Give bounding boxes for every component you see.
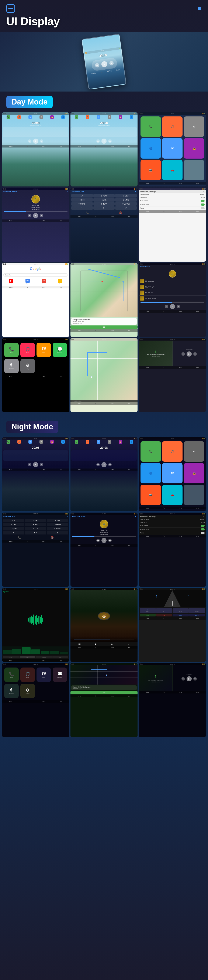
key-2[interactable]: 2 ABC	[93, 194, 115, 197]
n2-bt-icon[interactable]: 🔵	[130, 440, 133, 444]
video-play-btn[interactable]: ▶	[95, 643, 97, 645]
bt-back-btn[interactable]: ✕	[66, 191, 68, 192]
key-0[interactable]: 0 +	[93, 206, 115, 210]
call-btn[interactable]: 📞	[86, 212, 89, 214]
ng-radio[interactable]: 📻	[184, 463, 204, 484]
prev-btn[interactable]: ⏮	[95, 63, 100, 68]
nk-hash[interactable]: #	[47, 531, 68, 535]
ncp-messages[interactable]: 💬 Messages	[53, 668, 67, 682]
ng-phone[interactable]: 📞	[140, 441, 161, 462]
key-8[interactable]: 8 TUV	[93, 202, 115, 205]
night-play[interactable]: ⏸	[101, 538, 107, 543]
key-9[interactable]: 9 WXYZ	[115, 202, 137, 205]
music-icon-grid[interactable]: 🎵	[162, 116, 183, 137]
key-hash[interactable]: #	[115, 206, 137, 210]
n-bt-icon[interactable]: 🔵	[61, 440, 65, 444]
eq-btn-1[interactable]: BASS	[3, 656, 19, 659]
eq-s3[interactable]	[22, 647, 31, 654]
night-aa-toggle[interactable]	[201, 525, 205, 527]
nk-6[interactable]: 6 MNO	[47, 523, 68, 527]
night-go-button[interactable]: GO	[71, 691, 137, 694]
bt-call-back[interactable]: ✕	[135, 191, 136, 192]
shortcut-maps[interactable]: 🗺 Maps	[20, 278, 35, 285]
go-button[interactable]: GO	[71, 325, 137, 329]
ncp-settings[interactable]: ⚙ Settings	[20, 684, 35, 698]
maps-app-icon[interactable]: 🗺	[28, 115, 32, 119]
shortcut-drive[interactable]: ▲ Drive	[52, 278, 68, 285]
n-music-icon[interactable]: 🎵	[17, 440, 21, 444]
menu-dots-icon[interactable]: ≡	[198, 5, 202, 12]
n2-radio-icon[interactable]: 📻	[119, 440, 122, 444]
settings-back[interactable]: ✕	[203, 191, 205, 192]
end-btn[interactable]: 📵	[119, 212, 122, 214]
split-prev[interactable]: ⏮	[181, 352, 185, 356]
night-next[interactable]: ⏭	[108, 539, 112, 542]
n2-settings-icon[interactable]: ⚙	[108, 440, 111, 444]
n-next[interactable]: ⏭	[40, 463, 43, 466]
split-play[interactable]: ▶	[187, 352, 192, 356]
cp-phone[interactable]: 📞 Phone	[4, 343, 19, 357]
rc-btn-2[interactable]: ↓ BACK	[156, 608, 172, 613]
car-icon-grid[interactable]: 🚗	[162, 160, 183, 180]
rc-btn-1[interactable]: ↑ FWD	[140, 608, 156, 613]
track-4[interactable]: 华语_31到2_3.mp3	[139, 296, 206, 301]
nk-star[interactable]: *	[3, 531, 24, 535]
bt-icon-grid[interactable]: 🔵	[140, 138, 161, 159]
music-app-icon-2[interactable]: 🎵	[86, 115, 89, 119]
night-music-back[interactable]: ✕	[135, 515, 136, 517]
bt-app-icon[interactable]: 🔵	[61, 115, 65, 119]
ncp-maps[interactable]: 🗺 Maps	[36, 668, 51, 682]
settings-app-icon-2[interactable]: ⚙	[108, 115, 111, 119]
nk-1[interactable]: 1 ∞	[3, 519, 24, 522]
ng-settings[interactable]: ⚙	[184, 441, 204, 462]
nk-7[interactable]: 7 PQRS	[3, 527, 24, 530]
cp-music-app[interactable]: 🎵 Music	[20, 343, 35, 357]
night-call-back[interactable]: ✕	[66, 515, 68, 517]
rc-btn-6[interactable]: STOP	[156, 614, 172, 616]
nk-9[interactable]: 9 WXYZ	[47, 527, 68, 530]
power-toggle[interactable]	[201, 207, 205, 209]
night-settings-back[interactable]: ✕	[203, 515, 205, 517]
key-7[interactable]: 7 PQRS	[71, 202, 93, 205]
video-full-btn[interactable]: ⤢	[128, 643, 129, 645]
prev-control[interactable]: ⏮	[28, 139, 32, 143]
nk-2[interactable]: 2 ABC	[25, 519, 46, 522]
phone-app-icon-2[interactable]: 📞	[75, 115, 78, 119]
night-call-btn[interactable]: 📞	[18, 536, 21, 539]
social-prev[interactable]: ⏮	[165, 305, 168, 308]
nk-5[interactable]: 5 JKL	[25, 523, 46, 527]
radio-app-icon[interactable]: 📻	[50, 115, 54, 119]
ng-cam[interactable]: 📷	[140, 485, 161, 505]
eq-btn-4[interactable]: VOL	[52, 656, 69, 659]
eq-s5[interactable]	[41, 651, 49, 654]
n2-play[interactable]: ⏸	[101, 462, 107, 467]
ncp-phone[interactable]: 📞 Phone	[4, 668, 19, 682]
settings-app-icon[interactable]: ⚙	[39, 115, 43, 119]
rc-btn-4[interactable]: → RIGHT	[189, 608, 205, 613]
n-phone-icon[interactable]: 📞	[6, 440, 10, 444]
track-1[interactable]: 华语_318E.mp3	[139, 278, 206, 284]
nk-8[interactable]: 8 TUV	[25, 527, 46, 530]
n2-music-icon[interactable]: 🎵	[86, 440, 89, 444]
play-control-2[interactable]: ⏸	[101, 138, 107, 144]
n-settings-icon[interactable]: ⚙	[39, 440, 43, 444]
video-prev-btn[interactable]: ⏮	[79, 643, 80, 645]
ng-bt[interactable]: 🔵	[140, 463, 161, 484]
cam-icon-grid[interactable]: 📷	[140, 160, 161, 180]
nk-4[interactable]: 4 GHI	[3, 523, 24, 527]
ncp-music[interactable]: 🎵 Music	[20, 668, 35, 682]
auto-answer-toggle[interactable]	[201, 200, 205, 202]
n-play[interactable]: ⏸	[33, 462, 38, 467]
key-6[interactable]: 6 MNO	[115, 198, 137, 202]
night-prev[interactable]: ⏮	[96, 539, 100, 542]
key-star[interactable]: *	[71, 206, 93, 210]
night-sp-prev[interactable]: ⏮	[181, 677, 185, 681]
eq-s6[interactable]	[50, 651, 59, 654]
ng-more[interactable]: ⋯	[184, 485, 204, 505]
ncp-podcasts[interactable]: 🎙 Podcasts	[4, 684, 19, 698]
n-radio-icon[interactable]: 📻	[50, 440, 54, 444]
rc-btn-5[interactable]: PARK	[140, 614, 156, 616]
rc-btn-7[interactable]: ZOOM+	[173, 614, 189, 616]
split-next[interactable]: ⏭	[193, 352, 197, 356]
prev-music[interactable]: ⏮	[28, 214, 32, 217]
